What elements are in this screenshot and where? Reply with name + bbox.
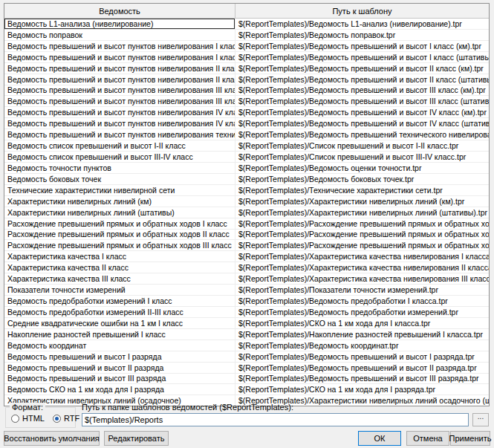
template-path-cell[interactable]: $(ReportTemplates)/Ведомость превышений … (235, 52, 489, 62)
template-path-cell[interactable]: $(ReportTemplates)/Расхождение превышени… (235, 240, 489, 250)
template-path-cell[interactable]: $(ReportTemplates)/Ведомость предобработ… (235, 307, 489, 317)
table-row[interactable]: Ведомость превышений и высот пунктов нив… (4, 85, 489, 97)
template-path-cell[interactable]: $(ReportTemplates)/Расхождение превышени… (235, 230, 489, 240)
report-name-cell[interactable]: Ведомость превышений и высот пунктов нив… (4, 96, 235, 106)
template-path-cell[interactable]: $(ReportTemplates)/Ведомость превышений … (235, 96, 489, 106)
template-path-cell[interactable]: $(ReportTemplates)/Характеристика качест… (235, 251, 489, 262)
table-row[interactable]: Характеристики нивелирных линий (штативы… (4, 207, 489, 218)
report-name-cell[interactable]: Ведомость превышений и высот пунктов нив… (4, 107, 235, 117)
radio-rtf[interactable]: RTF (53, 414, 79, 423)
radio-button-icon[interactable] (53, 415, 61, 423)
table-row[interactable]: Накопление разностей превышений I класс … (4, 329, 489, 340)
table-row[interactable]: Ведомость предобработки измерений II-III… (4, 307, 489, 318)
report-name-cell[interactable]: Ведомость предобработки измерений II-III… (4, 307, 235, 317)
table-row[interactable]: Ведомость превышений и высот II разряда … (4, 363, 489, 374)
table-row[interactable]: Ведомость превышений и высот пунктов нив… (4, 63, 489, 74)
template-path-cell[interactable]: $(ReportTemplates)/Ведомость превышений … (235, 374, 489, 384)
template-path-cell[interactable]: $(ReportTemplates)/Ведомость превышений … (235, 85, 489, 96)
restore-defaults-button[interactable]: Восстановить умолчания (4, 431, 100, 446)
template-path-cell[interactable]: $(ReportTemplates)/Технические характери… (235, 185, 489, 195)
table-row[interactable]: Ведомость координат $(ReportTemplates)/В… (4, 340, 489, 351)
report-name-cell[interactable]: Характеристики нивелирных линий (штативы… (4, 207, 235, 218)
template-path-cell[interactable]: $(ReportTemplates)/Ведомость превышений … (235, 63, 489, 74)
table-row[interactable]: Средние квадратические ошибки на 1 км I … (4, 318, 489, 329)
table-row[interactable]: Ведомость предобработки измерений I клас… (4, 296, 489, 307)
report-name-cell[interactable]: Ведомость превышений и высот III разряда (4, 374, 235, 384)
table-row[interactable]: Характеристики нивелирных линий (км) $(R… (4, 196, 489, 207)
template-path-cell[interactable]: $(ReportTemplates)/Характеристики нивели… (235, 207, 489, 218)
report-name-cell[interactable]: Ведомость превышений и высот пунктов нив… (4, 85, 235, 96)
report-name-cell[interactable]: Ведомость превышений и высот пунктов нив… (4, 52, 235, 62)
template-path-cell[interactable]: $(ReportTemplates)/СКО на 1 км хода для … (235, 384, 489, 395)
template-path-cell[interactable]: $(ReportTemplates)/Список превышений и в… (235, 152, 489, 162)
template-path-cell[interactable]: $(ReportTemplates)/Ведомость координат.t… (235, 340, 489, 351)
table-row[interactable]: Ведомость превышений и высот пунктов нив… (4, 118, 489, 129)
template-path-cell[interactable]: $(ReportTemplates)/СКО на 1 км хода для … (235, 318, 489, 328)
table-row[interactable]: Расхождение превышений прямых и обратных… (4, 230, 489, 241)
template-path-cell[interactable]: $(ReportTemplates)/Ведомость превышений … (235, 363, 489, 373)
template-path-cell[interactable]: $(ReportTemplates)/Расхождение превышени… (235, 218, 489, 229)
report-name-cell[interactable]: Ведомость превышений и высот пунктов нив… (4, 63, 235, 74)
template-path-cell[interactable]: $(ReportTemplates)/Ведомость предобработ… (235, 296, 489, 306)
table-row[interactable]: Ведомость поправок $(ReportTemplates)/Ве… (4, 30, 489, 41)
report-name-cell[interactable]: Расхождение превышений прямых и обратных… (4, 230, 235, 240)
report-name-cell[interactable]: Ведомость превышений и высот I разряда (4, 351, 235, 362)
table-row[interactable]: Ведомость превышений и высот пунктов нив… (4, 107, 489, 118)
templates-path-input[interactable] (82, 413, 469, 426)
report-name-cell[interactable]: Показатели точности измерений (4, 285, 235, 295)
column-header-report[interactable]: Ведомость (4, 4, 235, 18)
template-path-cell[interactable]: $(ReportTemplates)/Ведомость превышений … (235, 129, 489, 140)
template-path-cell[interactable]: $(ReportTemplates)/Ведомость превышений … (235, 41, 489, 51)
report-name-cell[interactable]: Ведомость точности пунктов (4, 163, 235, 173)
report-name-cell[interactable]: Технические характеристики нивелирной се… (4, 185, 235, 195)
report-name-cell[interactable]: Характеристика качества III класс (4, 273, 235, 284)
table-row[interactable]: Характеристика качества II класс $(Repor… (4, 262, 489, 273)
table-row[interactable]: Ведомость список превышений и высот III-… (4, 152, 489, 163)
report-name-cell[interactable]: Ведомость превышений и высот II разряда (4, 363, 235, 373)
template-path-cell[interactable]: $(ReportTemplates)/Ведомость боковых точ… (235, 174, 489, 184)
table-row[interactable]: Ведомость превышений и высот пунктов нив… (4, 52, 489, 63)
report-name-cell[interactable]: Ведомость боковых точек (4, 174, 235, 184)
report-name-cell[interactable]: Ведомость поправок (4, 30, 235, 40)
report-name-cell[interactable]: Ведомость координат (4, 340, 235, 351)
table-row[interactable]: Технические характеристики нивелирной се… (4, 185, 489, 196)
template-path-cell[interactable]: $(ReportTemplates)/Ведомость L1-анализ (… (235, 19, 489, 29)
template-path-cell[interactable]: $(ReportTemplates)/Показатели точности и… (235, 285, 489, 295)
template-path-cell[interactable]: $(ReportTemplates)/Ведомость превышений … (235, 118, 489, 129)
table-row[interactable]: Ведомость СКО на 1 км хода для I разряда… (4, 384, 489, 395)
report-name-cell[interactable]: Ведомость список превышений и высот I-II… (4, 140, 235, 151)
template-path-cell[interactable]: $(ReportTemplates)/Ведомость превышений … (235, 74, 489, 85)
table-row[interactable]: Ведомость L1-анализа (нивелирование) $(R… (4, 19, 489, 30)
report-name-cell[interactable]: Характеристика качества I класс (4, 251, 235, 262)
template-path-cell[interactable]: $(ReportTemplates)/Ведомость превышений … (235, 107, 489, 117)
report-name-cell[interactable]: Ведомость превышений и высот пунктов нив… (4, 129, 235, 140)
report-name-cell[interactable]: Ведомость L1-анализа (нивелирование) (4, 19, 235, 29)
apply-button[interactable]: Применить (450, 431, 490, 446)
browse-button[interactable]: ... (472, 413, 489, 426)
table-row[interactable]: Ведомость превышений и высот пунктов нив… (4, 96, 489, 107)
table-row[interactable]: Ведомость превышений и высот III разряда… (4, 374, 489, 385)
table-row[interactable]: Ведомость превышений и высот пунктов нив… (4, 41, 489, 52)
column-header-template-path[interactable]: Путь к шаблону (235, 4, 489, 18)
report-name-cell[interactable]: Характеристика качества II класс (4, 262, 235, 273)
report-name-cell[interactable]: Ведомость СКО на 1 км хода для I разряда (4, 384, 235, 395)
cancel-button[interactable]: Отмена (406, 431, 449, 446)
table-row[interactable]: Характеристика качества I класс $(Report… (4, 251, 489, 262)
report-name-cell[interactable]: Ведомость предобработки измерений I клас… (4, 296, 235, 306)
report-name-cell[interactable]: Ведомость превышений и высот пунктов нив… (4, 118, 235, 129)
template-path-cell[interactable]: $(ReportTemplates)/Характеристики нивели… (235, 196, 489, 207)
report-name-cell[interactable]: Расхождение превышений прямых и обратных… (4, 218, 235, 229)
table-row[interactable]: Ведомость превышений и высот I разряда $… (4, 351, 489, 363)
report-name-cell[interactable]: Расхождение превышений прямых и обратных… (4, 240, 235, 250)
report-name-cell[interactable]: Средние квадратические ошибки на 1 км I … (4, 318, 235, 328)
edit-button[interactable]: Редактировать (104, 431, 169, 446)
table-row[interactable]: Ведомость список превышений и высот I-II… (4, 140, 489, 152)
template-path-cell[interactable]: $(ReportTemplates)/Накопление разностей … (235, 329, 489, 340)
report-name-cell[interactable]: Характеристики нивелирных линий (км) (4, 196, 235, 207)
report-name-cell[interactable]: Ведомость превышений и высот пунктов нив… (4, 74, 235, 85)
table-row[interactable]: Ведомость превышений и высот пунктов нив… (4, 74, 489, 85)
report-name-cell[interactable]: Ведомость список превышений и высот III-… (4, 152, 235, 162)
table-row[interactable]: Ведомость точности пунктов $(ReportTempl… (4, 163, 489, 174)
template-path-cell[interactable]: $(ReportTemplates)/Характеристика качест… (235, 273, 489, 284)
report-name-cell[interactable]: Ведомость превышений и высот пунктов нив… (4, 41, 235, 51)
